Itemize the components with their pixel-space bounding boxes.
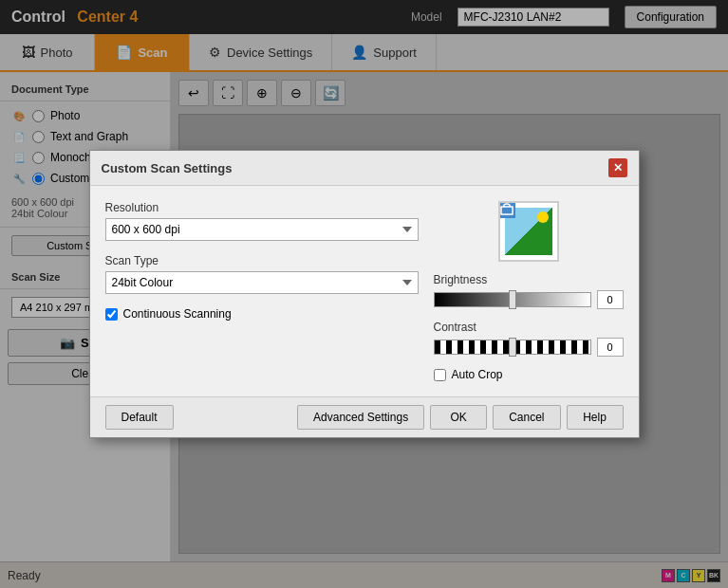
modal-body: Resolution 600 x 600 dpi 300 dpi 150 dpi… xyxy=(90,186,639,396)
default-button[interactable]: Default xyxy=(105,405,174,430)
resolution-select[interactable]: 600 x 600 dpi 300 dpi 150 dpi 75 dpi 120… xyxy=(105,218,419,241)
brightness-value: 0 xyxy=(597,290,624,309)
modal-right-section: Brightness 0 Contrast 0 xyxy=(434,201,624,381)
svg-rect-0 xyxy=(501,207,513,214)
brightness-slider-thumb[interactable] xyxy=(509,290,516,309)
scan-type-row: Scan Type 24bit Colour 256 Colour True G… xyxy=(105,254,419,294)
continuous-scanning-label: Continuous Scanning xyxy=(123,307,232,321)
brightness-section: Brightness 0 xyxy=(434,273,624,309)
contrast-slider-thumb[interactable] xyxy=(509,338,516,357)
modal-close-button[interactable]: ✕ xyxy=(608,158,627,177)
brightness-slider-track[interactable] xyxy=(434,292,591,307)
auto-crop-checkbox[interactable] xyxy=(434,369,446,381)
modal-footer: Default Advanced Settings OK Cancel Help xyxy=(90,396,639,437)
scan-type-select[interactable]: 24bit Colour 256 Colour True Grey Black … xyxy=(105,271,419,294)
auto-crop-label: Auto Crop xyxy=(452,368,503,381)
brightness-label: Brightness xyxy=(434,273,624,286)
preview-image xyxy=(498,201,559,262)
scan-type-label: Scan Type xyxy=(105,254,419,267)
preview-area xyxy=(434,201,624,262)
preview-badge xyxy=(498,201,515,218)
contrast-slider-track[interactable] xyxy=(434,340,591,355)
help-button[interactable]: Help xyxy=(567,405,624,430)
continuous-scanning-row[interactable]: Continuous Scanning xyxy=(105,307,419,321)
cancel-button[interactable]: Cancel xyxy=(493,405,560,430)
modal-left-section: Resolution 600 x 600 dpi 300 dpi 150 dpi… xyxy=(105,201,419,381)
advanced-settings-button[interactable]: Advanced Settings xyxy=(297,405,424,430)
modal-overlay: Custom Scan Settings ✕ Resolution 600 x … xyxy=(0,0,728,588)
contrast-slider-row: 0 xyxy=(434,338,624,357)
auto-crop-row[interactable]: Auto Crop xyxy=(434,368,624,381)
ok-button[interactable]: OK xyxy=(430,405,487,430)
contrast-value: 0 xyxy=(597,338,624,357)
resolution-label: Resolution xyxy=(105,201,419,214)
modal-header: Custom Scan Settings ✕ xyxy=(90,151,639,186)
contrast-label: Contrast xyxy=(434,321,624,334)
continuous-scanning-checkbox[interactable] xyxy=(105,308,118,321)
modal-title: Custom Scan Settings xyxy=(102,161,233,175)
contrast-section: Contrast 0 xyxy=(434,321,624,357)
resolution-row: Resolution 600 x 600 dpi 300 dpi 150 dpi… xyxy=(105,201,419,241)
custom-scan-settings-modal: Custom Scan Settings ✕ Resolution 600 x … xyxy=(89,150,640,438)
preview-sun xyxy=(537,211,549,223)
brightness-slider-row: 0 xyxy=(434,290,624,309)
